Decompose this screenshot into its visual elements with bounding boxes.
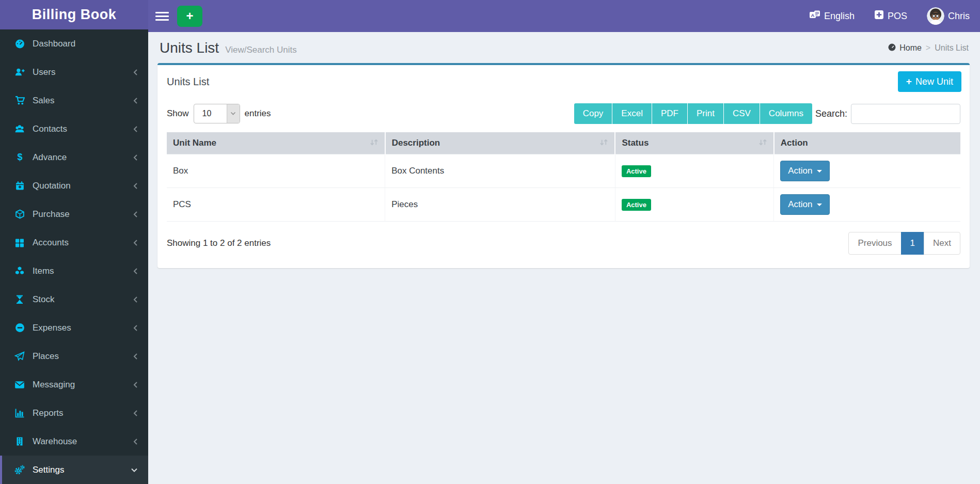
sidebar-item-label: Reports (33, 408, 64, 418)
cell-unit-name: PCS (167, 188, 385, 222)
sidebar-item-items[interactable]: Items (0, 257, 148, 285)
column-header-unit-name[interactable]: Unit Name (167, 132, 385, 154)
sidebar-item-label: Contacts (33, 124, 67, 134)
top-navbar: + A English POS (148, 0, 980, 32)
sidebar-item-messaging[interactable]: Messaging (0, 370, 148, 399)
sidebar-item-quotation[interactable]: Quotation (0, 171, 148, 200)
dashboard-icon (13, 39, 26, 49)
svg-text:$: $ (17, 152, 22, 162)
sidebar-item-label: Purchase (33, 209, 70, 220)
table-row: PCS Pieces Active Action (167, 188, 960, 222)
columns-button[interactable]: Columns (760, 103, 812, 124)
bar-chart-icon (13, 408, 26, 418)
chevron-left-icon (133, 97, 138, 104)
breadcrumb-home[interactable]: Home (888, 43, 922, 53)
dashboard-icon (888, 43, 896, 53)
column-header-action: Action (774, 132, 960, 154)
export-button-group: Copy Excel PDF Print CSV Columns (574, 103, 812, 124)
cell-status: Active (615, 154, 773, 188)
column-header-description[interactable]: Description (385, 132, 615, 154)
chevron-left-icon (133, 324, 138, 332)
previous-page-button[interactable]: Previous (848, 232, 901, 255)
caret-down-icon (817, 204, 822, 206)
chevron-left-icon (133, 239, 138, 246)
quick-add-button[interactable]: + (177, 6, 202, 27)
building-icon (13, 436, 26, 446)
column-header-status[interactable]: Status (615, 132, 773, 154)
search-label: Search: (815, 108, 847, 119)
page-length-control: Show 10 entries (167, 104, 271, 123)
pdf-button[interactable]: PDF (652, 103, 688, 124)
sidebar-item-label: Quotation (33, 181, 71, 191)
navbar-right: A English POS Chris (809, 7, 970, 25)
chevron-left-icon (133, 154, 138, 161)
csv-button[interactable]: CSV (724, 103, 760, 124)
units-table: Unit Name Description Status (167, 132, 960, 222)
pos-label: POS (888, 11, 907, 22)
chevron-left-icon (133, 126, 138, 133)
status-badge: Active (622, 199, 651, 211)
sidebar-item-purchase[interactable]: Purchase (0, 200, 148, 228)
sidebar-menu: Dashboard Users Sales Cont (0, 29, 148, 484)
cell-action: Action (774, 188, 960, 222)
copy-button[interactable]: Copy (574, 103, 613, 124)
sidebar-item-stock[interactable]: Stock (0, 285, 148, 314)
sidebar-item-warehouse[interactable]: Warehouse (0, 427, 148, 456)
action-dropdown-button[interactable]: Action (780, 194, 829, 215)
sidebar-item-label: Sales (33, 96, 55, 106)
sidebar-item-settings[interactable]: Settings (0, 456, 148, 484)
sidebar-item-accounts[interactable]: Accounts (0, 228, 148, 257)
user-name: Chris (948, 11, 970, 22)
sidebar-item-label: Advance (33, 152, 67, 163)
breadcrumb-separator: > (926, 43, 930, 53)
units-list-card: Units List + New Unit Show 10 (157, 63, 970, 268)
sidebar-item-reports[interactable]: Reports (0, 399, 148, 427)
new-unit-button[interactable]: + New Unit (898, 71, 961, 92)
sidebar-item-dashboard[interactable]: Dashboard (0, 29, 148, 58)
chevron-left-icon (133, 353, 138, 360)
svg-text:A: A (811, 12, 814, 18)
sidebar-item-label: Expenses (33, 323, 71, 333)
action-dropdown-button[interactable]: Action (780, 161, 829, 181)
sidebar-item-sales[interactable]: Sales (0, 86, 148, 115)
sidebar-item-contacts[interactable]: Contacts (0, 115, 148, 143)
chevron-left-icon (133, 410, 138, 417)
search-input[interactable] (851, 104, 960, 124)
page-number-button[interactable]: 1 (901, 232, 924, 255)
sidebar-item-label: Warehouse (33, 436, 77, 447)
page-length-select[interactable]: 10 (194, 104, 240, 123)
sidebar-item-advance[interactable]: $ Advance (0, 143, 148, 171)
app-logo[interactable]: Billing Book (0, 0, 148, 29)
cart-icon (13, 96, 26, 105)
card-body: Show 10 entries Copy Excel (157, 97, 970, 255)
chevron-left-icon (133, 211, 138, 218)
minus-circle-icon (13, 323, 26, 333)
sidebar-item-label: Dashboard (33, 39, 75, 49)
user-menu[interactable]: Chris (927, 7, 970, 25)
sidebar-item-label: Stock (33, 294, 55, 305)
print-button[interactable]: Print (688, 103, 724, 124)
hamburger-icon[interactable] (155, 12, 169, 21)
sort-icon[interactable] (599, 138, 608, 148)
dollar-icon: $ (13, 152, 26, 162)
cell-action: Action (774, 154, 960, 188)
next-page-button[interactable]: Next (924, 232, 960, 255)
chevron-left-icon (133, 69, 138, 76)
page-length-value: 10 (194, 104, 227, 123)
sort-icon[interactable] (370, 138, 378, 148)
chevron-left-icon (133, 381, 138, 388)
pos-button[interactable]: POS (874, 10, 907, 22)
excel-button[interactable]: Excel (612, 103, 652, 124)
sidebar-item-users[interactable]: Users (0, 58, 148, 86)
breadcrumb-current: Units List (935, 43, 969, 53)
language-menu[interactable]: A English (809, 9, 855, 23)
sort-icon[interactable] (758, 138, 767, 148)
sidebar-item-expenses[interactable]: Expenses (0, 314, 148, 342)
cogs-icon (13, 465, 26, 475)
show-label: Show (167, 108, 189, 119)
card-header: Units List + New Unit (157, 65, 970, 97)
sidebar-item-label: Messaging (33, 380, 75, 390)
sidebar-item-label: Accounts (33, 238, 69, 248)
sidebar-item-places[interactable]: Places (0, 342, 148, 370)
chevron-left-icon (133, 296, 138, 303)
